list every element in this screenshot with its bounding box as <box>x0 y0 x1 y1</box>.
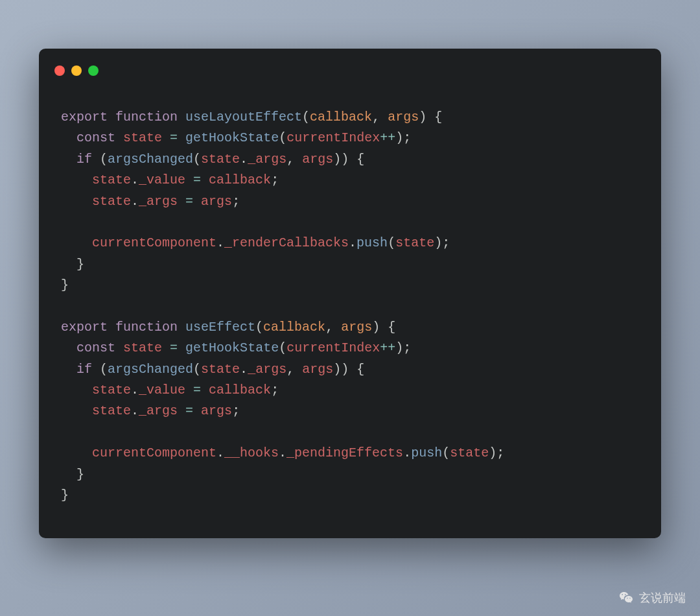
watermark-label: 玄说前端 <box>639 590 686 606</box>
code-editor-window: export function useLayoutEffect(callback… <box>39 49 661 538</box>
code-block: export function useLayoutEffect(callback… <box>39 81 661 512</box>
close-icon[interactable] <box>54 65 65 76</box>
minimize-icon[interactable] <box>71 65 82 76</box>
wechat-icon <box>618 590 634 606</box>
maximize-icon[interactable] <box>88 65 99 76</box>
watermark: 玄说前端 <box>618 590 686 606</box>
window-titlebar <box>39 63 661 81</box>
